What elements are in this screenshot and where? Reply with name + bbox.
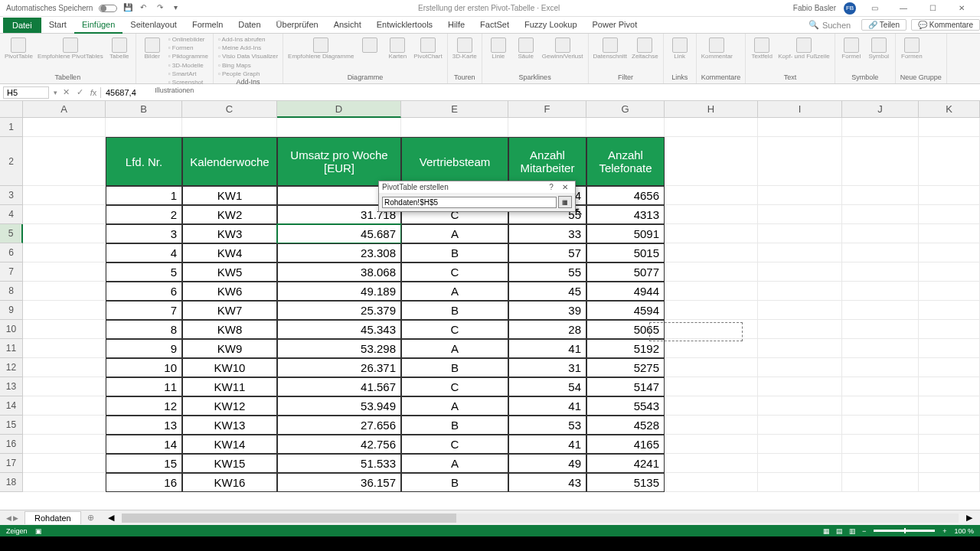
cell-A7[interactable] <box>23 262 106 282</box>
cell-H18[interactable] <box>665 473 758 492</box>
cell-B1[interactable] <box>106 118 182 137</box>
view-normal-icon[interactable]: ▦ <box>823 527 830 535</box>
col-header-K[interactable]: K <box>919 101 980 118</box>
cell-C7[interactable]: KW5 <box>182 262 277 282</box>
cell-G6[interactable]: 5015 <box>586 243 665 262</box>
cell-E1[interactable] <box>401 118 508 137</box>
ribbon-btn-textfeld[interactable]: Textfeld <box>750 35 773 60</box>
cell-D16[interactable]: 42.756 <box>277 435 401 454</box>
cell-E7[interactable]: C <box>401 262 508 282</box>
cell-B18[interactable]: 16 <box>106 473 182 492</box>
search-box[interactable]: 🔍 Suchen <box>802 20 857 30</box>
cell-D2[interactable]: Umsatz pro Woche [EUR] <box>277 137 401 186</box>
comments-button[interactable]: 💬 Kommentare <box>911 19 980 31</box>
file-tab[interactable]: Datei <box>3 18 41 33</box>
cell-C1[interactable] <box>182 118 277 137</box>
cell-B7[interactable]: 5 <box>106 262 182 282</box>
ribbon-small-people-graph[interactable]: ▫ People Graph <box>218 70 278 78</box>
cell-B11[interactable]: 9 <box>106 339 182 358</box>
cell-K16[interactable] <box>919 435 980 454</box>
cell-G13[interactable]: 5147 <box>586 377 665 396</box>
dialog-expand-icon[interactable]: ▦ <box>558 196 572 208</box>
cell-E6[interactable]: B <box>401 243 508 262</box>
cell-J12[interactable] <box>842 358 919 377</box>
ribbon-btn-empfohlene-pivottables[interactable]: Empfohlene PivotTables <box>38 35 103 60</box>
cell-K11[interactable] <box>919 339 980 358</box>
cell-K12[interactable] <box>919 358 980 377</box>
cell-A8[interactable] <box>23 282 106 301</box>
ribbon-btn-chart[interactable] <box>358 35 381 54</box>
cell-F10[interactable]: 28 <box>508 320 586 339</box>
ribbon-btn-gewinn-verlust[interactable]: Gewinn/Verlust <box>542 35 583 60</box>
cell-K8[interactable] <box>919 282 980 301</box>
cell-E5[interactable]: A <box>401 224 508 243</box>
ribbon-btn-pivotchart[interactable]: PivotChart <box>413 35 442 60</box>
cell-F15[interactable]: 53 <box>508 416 586 435</box>
cell-F16[interactable]: 41 <box>508 435 586 454</box>
cell-D18[interactable]: 36.157 <box>277 473 401 492</box>
cell-E8[interactable]: A <box>401 282 508 301</box>
dialog-close-icon[interactable]: ✕ <box>558 183 572 191</box>
cell-I12[interactable] <box>758 358 842 377</box>
sheet-tab-rohdaten[interactable]: Rohdaten <box>24 511 81 524</box>
tab-formeln[interactable]: Formeln <box>185 17 230 34</box>
ribbon-btn-empfohlene-diagramme[interactable]: Empfohlene Diagramme <box>288 35 354 60</box>
ribbon-small-smartart[interactable]: ▫ SmartArt <box>168 70 208 78</box>
cell-J18[interactable] <box>842 473 919 492</box>
cell-I9[interactable] <box>758 301 842 320</box>
ribbon-small-bing-maps[interactable]: ▫ Bing Maps <box>218 61 278 70</box>
cell-K17[interactable] <box>919 454 980 473</box>
cell-F18[interactable]: 43 <box>508 473 586 492</box>
cell-I1[interactable] <box>758 118 842 137</box>
cell-H16[interactable] <box>665 435 758 454</box>
cell-J16[interactable] <box>842 435 919 454</box>
horizontal-scrollbar[interactable]: ◀ ▶ <box>100 513 980 523</box>
cell-H9[interactable] <box>665 301 758 320</box>
tab-power pivot[interactable]: Power Pivot <box>585 17 645 34</box>
cell-J13[interactable] <box>842 377 919 396</box>
cell-E13[interactable]: C <box>401 377 508 396</box>
ribbon-small-piktogramme[interactable]: ▫ Piktogramme <box>168 52 208 60</box>
tab-factset[interactable]: FactSet <box>472 17 517 34</box>
row-header-14[interactable]: 14 <box>0 396 23 416</box>
cell-B9[interactable]: 7 <box>106 301 182 320</box>
tab-entwicklertools[interactable]: Entwicklertools <box>369 17 440 34</box>
cell-E12[interactable]: B <box>401 358 508 377</box>
cell-C11[interactable]: KW9 <box>182 339 277 358</box>
tab-hilfe[interactable]: Hilfe <box>440 17 472 34</box>
row-header-12[interactable]: 12 <box>0 358 23 377</box>
col-header-G[interactable]: G <box>586 101 665 118</box>
cell-G17[interactable]: 4241 <box>586 454 665 473</box>
cell-A16[interactable] <box>23 435 106 454</box>
row-header-17[interactable]: 17 <box>0 454 23 473</box>
cell-G2[interactable]: Anzahl Telefonate <box>586 137 665 186</box>
zoom-slider[interactable] <box>874 530 935 532</box>
cell-K10[interactable] <box>919 320 980 339</box>
cancel-formula-icon[interactable]: ✕ <box>59 87 73 97</box>
col-header-C[interactable]: C <box>182 101 277 118</box>
cell-D15[interactable]: 27.656 <box>277 416 401 435</box>
col-header-A[interactable]: A <box>23 101 106 118</box>
cell-A13[interactable] <box>23 377 106 396</box>
cell-G4[interactable]: 4313 <box>586 205 665 224</box>
cell-A6[interactable] <box>23 243 106 262</box>
cell-I14[interactable] <box>758 396 842 416</box>
row-header-3[interactable]: 3 <box>0 186 23 205</box>
cell-C5[interactable]: KW3 <box>182 224 277 243</box>
cell-B14[interactable]: 12 <box>106 396 182 416</box>
user-avatar[interactable]: FB <box>844 2 856 15</box>
cell-E15[interactable]: B <box>401 416 508 435</box>
cell-C8[interactable]: KW6 <box>182 282 277 301</box>
close-icon[interactable]: ✕ <box>951 1 972 16</box>
cell-C2[interactable]: Kalenderwoche <box>182 137 277 186</box>
ribbon-btn-datenschnitt[interactable]: Datenschnitt <box>593 35 627 60</box>
cell-D6[interactable]: 23.308 <box>277 243 401 262</box>
cell-I8[interactable] <box>758 282 842 301</box>
cell-F12[interactable]: 31 <box>508 358 586 377</box>
cell-G1[interactable] <box>586 118 665 137</box>
ribbon-btn-symbol[interactable]: Symbol <box>867 35 890 60</box>
cell-G5[interactable]: 5091 <box>586 224 665 243</box>
cell-D12[interactable]: 26.371 <box>277 358 401 377</box>
cell-A1[interactable] <box>23 118 106 137</box>
ribbon-btn-zeitachse[interactable]: Zeitachse <box>632 35 658 60</box>
